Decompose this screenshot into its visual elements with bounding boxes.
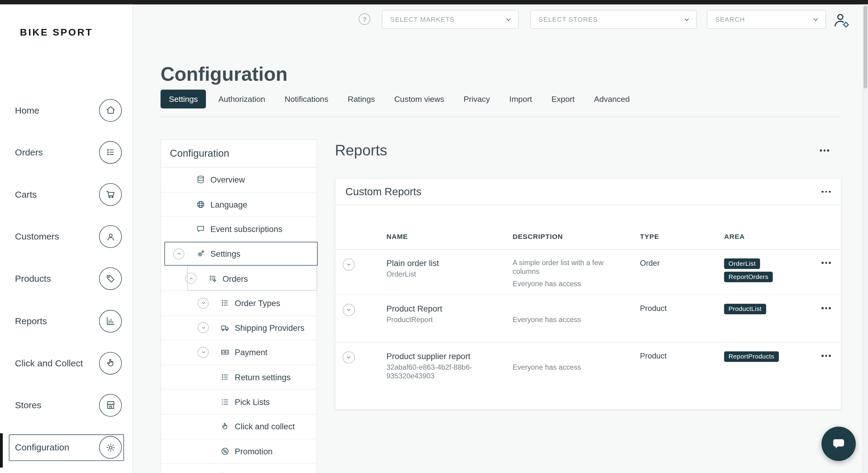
sidebar-item-stores[interactable]: Stores	[0, 384, 133, 426]
chevron-down-icon[interactable]	[198, 347, 209, 358]
tree-item-shipping-providers[interactable]: Shipping Providers	[161, 316, 316, 341]
sidebar-item-label: Click and Collect	[15, 358, 83, 369]
row-menu-button[interactable]	[820, 304, 842, 312]
chevron-down-icon[interactable]	[198, 298, 209, 309]
expand-row-button[interactable]	[343, 304, 355, 316]
help-icon[interactable]: ?	[359, 13, 370, 25]
gears-icon	[195, 249, 205, 259]
column-header-type: TYPE	[640, 233, 724, 241]
chevron-down-icon[interactable]	[198, 322, 209, 334]
sidebar-item-reports[interactable]: Reports	[0, 300, 133, 342]
tree-item-click-and-collect[interactable]: Click and collect	[161, 415, 316, 439]
tree-item-settings[interactable]: Settings	[161, 242, 316, 266]
dropdown-label: SEARCH	[715, 15, 745, 23]
expand-row-button[interactable]	[343, 258, 355, 271]
tab-authorization[interactable]: Authorization	[211, 90, 273, 108]
message-icon	[195, 224, 205, 234]
report-subtitle: 32abaf60-e863-4b2f-88b6-935320e43903	[386, 363, 513, 381]
tree-item-label: Settings	[210, 249, 241, 258]
tab-privacy[interactable]: Privacy	[456, 90, 497, 108]
app-window: BIKE SPORT Home Orders Carts	[0, 0, 868, 473]
tree-item-partial[interactable]	[161, 464, 316, 473]
sidebar-item-carts[interactable]: Carts	[0, 174, 133, 216]
tree-item-orders[interactable]: Orders	[161, 266, 316, 291]
sidebar-item-orders[interactable]: Orders	[0, 131, 133, 174]
storefront-icon	[99, 394, 122, 417]
tree-item-overview[interactable]: Overview	[161, 168, 316, 192]
sidebar-item-click-and-collect[interactable]: Click and Collect	[0, 342, 133, 384]
chevron-down-icon	[812, 16, 819, 23]
column-header-name: NAME	[386, 233, 513, 241]
tab-custom-views[interactable]: Custom views	[387, 90, 452, 108]
tree-item-return-settings[interactable]: Return settings	[161, 365, 316, 390]
tree-item-label: Event subscriptions	[210, 224, 282, 234]
tab-settings[interactable]: Settings	[161, 90, 206, 108]
select-stores-dropdown[interactable]: SELECT STORES	[530, 10, 697, 29]
chat-widget-button[interactable]	[822, 427, 856, 461]
bullet-list-icon	[220, 471, 230, 473]
tree-item-pick-lists[interactable]: Pick Lists	[161, 390, 316, 415]
tree-item-label: Promotion	[235, 446, 273, 456]
main-content: ? SELECT MARKETS SELECT STORES SEARCH Co…	[133, 4, 868, 473]
report-name-link[interactable]: Product supplier report	[386, 351, 513, 360]
sidebar-item-products[interactable]: Products	[0, 258, 133, 300]
sidebar-item-customers[interactable]: Customers	[0, 216, 133, 258]
area-badge: OrderList	[724, 258, 760, 269]
user-account-icon[interactable]	[832, 11, 851, 29]
tree-item-label: Order Types	[235, 298, 280, 308]
active-section-indicator	[0, 433, 3, 468]
tree-item-promotion[interactable]: Promotion	[161, 439, 316, 464]
tree-item-payment[interactable]: Payment	[161, 341, 316, 365]
dash-list-icon	[220, 397, 230, 407]
expand-row-button[interactable]	[343, 351, 355, 363]
scrollbar-thumb[interactable]	[864, 5, 867, 89]
chat-bubble-icon	[831, 437, 846, 451]
search-dropdown[interactable]: SEARCH	[707, 10, 826, 29]
tree-item-label: Language	[210, 200, 247, 209]
tree-item-label: Click and collect	[235, 422, 295, 431]
sidebar-nav: Home Orders Carts Customers	[0, 89, 133, 469]
home-icon	[99, 99, 122, 121]
table-row: Product supplier report 32abaf60-e863-4b…	[336, 343, 841, 391]
chevron-up-icon[interactable]	[173, 248, 184, 259]
row-menu-button[interactable]	[820, 258, 842, 267]
hand-pointer-icon	[99, 352, 122, 375]
tree-item-order-types[interactable]: Order Types	[161, 291, 316, 316]
tree-item-label: Shipping Providers	[235, 323, 304, 332]
report-access: Everyone has access	[513, 280, 617, 288]
tree-item-label: Overview	[210, 175, 245, 184]
sidebar: BIKE SPORT Home Orders Carts	[0, 4, 133, 473]
sidebar-item-label: Orders	[15, 147, 43, 158]
tab-notifications[interactable]: Notifications	[277, 90, 336, 108]
brand-logo[interactable]: BIKE SPORT	[20, 27, 93, 38]
sidebar-item-label: Configuration	[15, 442, 69, 453]
tree-item-event-subscriptions[interactable]: Event subscriptions	[161, 217, 316, 242]
tab-ratings[interactable]: Ratings	[341, 90, 382, 108]
sidebar-item-home[interactable]: Home	[0, 89, 133, 131]
report-description: A simple order list with a few columns	[513, 258, 617, 276]
report-type: Order	[640, 249, 724, 267]
tree-item-label: Payment	[235, 348, 268, 357]
database-icon	[195, 175, 205, 185]
sidebar-item-label: Products	[15, 274, 51, 284]
tab-advanced[interactable]: Advanced	[587, 90, 637, 108]
row-menu-button[interactable]	[820, 351, 842, 360]
tab-export[interactable]: Export	[544, 90, 582, 108]
cart-icon	[99, 183, 122, 206]
report-name-link[interactable]: Plain order list	[386, 258, 513, 268]
page-scrollbar	[863, 4, 868, 473]
report-type: Product	[640, 295, 724, 313]
banknote-icon	[220, 347, 230, 357]
truck-icon	[220, 323, 230, 333]
area-badge: ReportProducts	[724, 351, 778, 362]
select-markets-dropdown[interactable]: SELECT MARKETS	[382, 10, 519, 29]
tree-item-language[interactable]: Language	[161, 192, 316, 217]
report-name-link[interactable]: Product Report	[386, 304, 513, 313]
tab-import[interactable]: Import	[502, 90, 539, 108]
report-subtitle: ProductReport	[386, 315, 513, 324]
page-title: Configuration	[161, 63, 287, 85]
chevron-down-icon	[505, 16, 512, 23]
reports-menu-button[interactable]	[819, 146, 841, 155]
chevron-up-icon[interactable]	[185, 273, 196, 284]
card-menu-button[interactable]	[820, 187, 832, 196]
